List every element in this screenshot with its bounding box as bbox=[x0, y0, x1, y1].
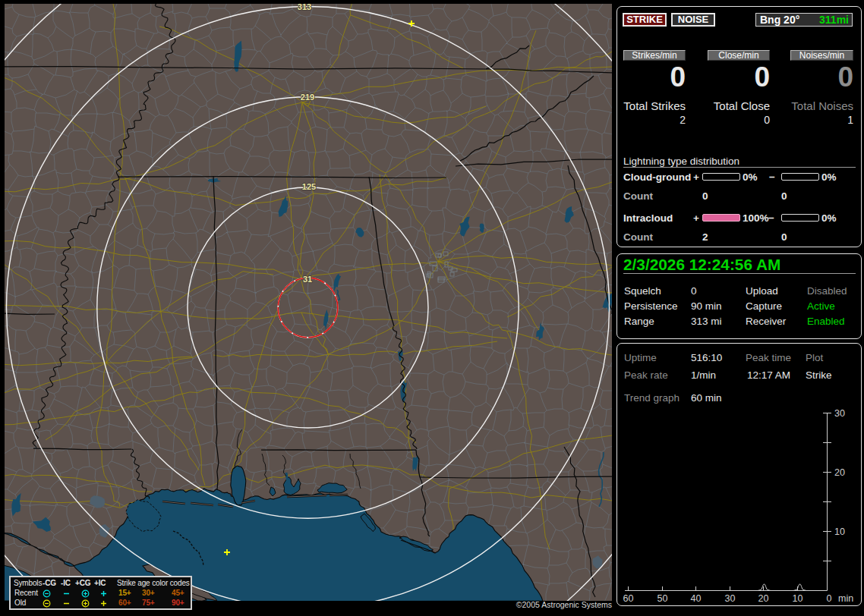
svg-text:50: 50 bbox=[657, 593, 668, 604]
svg-text:20: 20 bbox=[758, 593, 769, 604]
svg-text:30: 30 bbox=[725, 593, 736, 604]
svg-text:40: 40 bbox=[691, 593, 702, 604]
svg-text:10: 10 bbox=[793, 593, 803, 604]
svg-text:313: 313 bbox=[298, 4, 311, 11]
svg-text:20: 20 bbox=[834, 467, 845, 478]
svg-text:10: 10 bbox=[834, 526, 845, 537]
svg-text:31: 31 bbox=[303, 275, 312, 284]
svg-text:0: 0 bbox=[827, 593, 832, 604]
svg-text:219: 219 bbox=[301, 93, 314, 102]
svg-text:60: 60 bbox=[623, 593, 634, 604]
svg-text:125: 125 bbox=[302, 182, 316, 191]
svg-text:min: min bbox=[838, 593, 853, 604]
svg-text:30: 30 bbox=[834, 408, 845, 419]
